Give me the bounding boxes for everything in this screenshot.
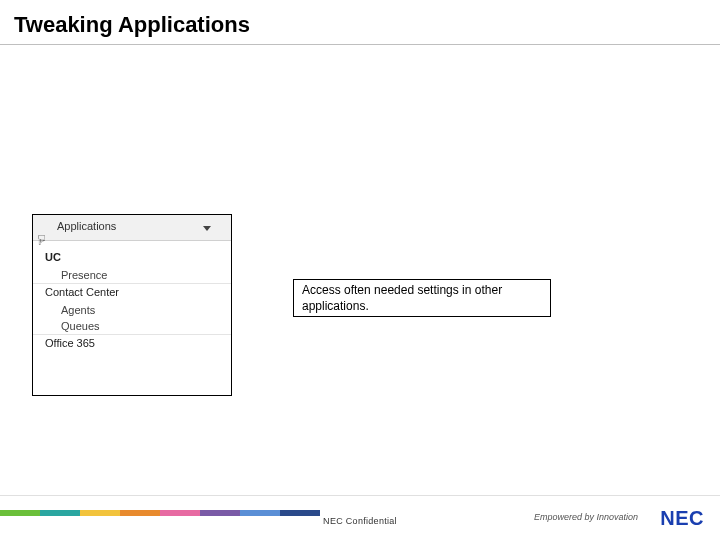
nec-logo-text: NEC	[660, 507, 704, 529]
dropdown-body: UC Presence Contact Center Agents Queues…	[33, 241, 231, 353]
applications-dropdown: Applications ☟ UC Presence Contact Cente…	[32, 214, 232, 396]
callout-box: Access often needed settings in other ap…	[293, 279, 551, 317]
footer-divider	[0, 495, 720, 496]
dropdown-header[interactable]: Applications ☟	[33, 215, 231, 241]
footer-tagline: Empowered by Innovation	[534, 512, 638, 522]
dropdown-item-contact-center[interactable]: Contact Center	[33, 283, 231, 302]
slide-title: Tweaking Applications	[14, 12, 250, 38]
dropdown-item-agents[interactable]: Agents	[33, 302, 231, 318]
footer-logo: NEC	[660, 507, 704, 530]
dropdown-item-office365[interactable]: Office 365	[33, 334, 231, 353]
title-divider	[0, 44, 720, 45]
dropdown-item-presence[interactable]: Presence	[33, 267, 231, 283]
cursor-icon: ☟	[37, 233, 46, 247]
slide: Tweaking Applications Applications ☟ UC …	[0, 0, 720, 540]
dropdown-header-label: Applications	[57, 220, 116, 232]
dropdown-item-uc[interactable]: UC	[33, 247, 231, 267]
dropdown-item-queues[interactable]: Queues	[33, 318, 231, 334]
chevron-down-icon	[203, 226, 211, 231]
